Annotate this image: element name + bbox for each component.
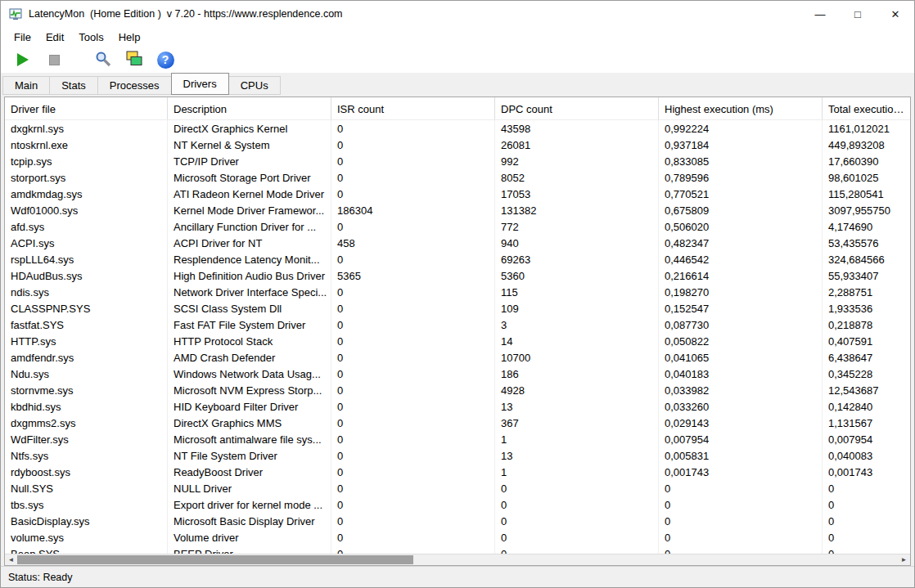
table-cell: 131382 bbox=[495, 202, 659, 218]
table-cell: 0,087730 bbox=[659, 316, 823, 333]
table-row[interactable]: BasicDisplay.sysMicrosoft Basic Display … bbox=[5, 513, 910, 529]
column-header-isr-count[interactable]: ISR count bbox=[331, 97, 495, 119]
table-cell: 0 bbox=[331, 496, 495, 513]
minimize-button[interactable]: — bbox=[801, 1, 839, 27]
table-row[interactable]: volume.sysVolume driver0000 bbox=[5, 529, 910, 545]
tab-main[interactable]: Main bbox=[2, 76, 50, 95]
table-cell: storport.sys bbox=[5, 169, 168, 186]
table-row[interactable]: storport.sysMicrosoft Storage Port Drive… bbox=[5, 169, 910, 186]
tab-processes[interactable]: Processes bbox=[97, 76, 172, 95]
table-row[interactable]: ndis.sysNetwork Driver Interface Speci..… bbox=[5, 284, 910, 300]
driver-table-body: dxgkrnl.sysDirectX Graphics Kernel043598… bbox=[5, 120, 910, 554]
table-row[interactable]: fastfat.SYSFast FAT File System Driver03… bbox=[5, 316, 910, 333]
column-header-dpc-count[interactable]: DPC count bbox=[495, 97, 659, 119]
table-row[interactable]: Null.SYSNULL Driver0000 bbox=[5, 480, 910, 496]
table-row[interactable]: stornvme.sysMicrosoft NVM Express Storp.… bbox=[5, 382, 910, 398]
start-monitor-button[interactable] bbox=[11, 49, 35, 71]
menu-file[interactable]: File bbox=[7, 29, 38, 46]
table-cell: WdFilter.sys bbox=[5, 431, 168, 447]
table-cell: 13 bbox=[495, 447, 659, 464]
table-row[interactable]: dxgkrnl.sysDirectX Graphics Kernel043598… bbox=[5, 120, 910, 137]
table-cell: 0,007954 bbox=[823, 431, 910, 447]
table-row[interactable]: Ntfs.sysNT File System Driver0130,005831… bbox=[5, 447, 910, 464]
table-cell: rspLLL64.sys bbox=[5, 251, 168, 267]
table-cell: 17,660390 bbox=[823, 153, 910, 169]
column-header-description[interactable]: Description bbox=[168, 97, 331, 119]
table-cell: DirectX Graphics MMS bbox=[168, 415, 331, 431]
table-row[interactable]: HDAudBus.sysHigh Definition Audio Bus Dr… bbox=[5, 267, 910, 284]
table-cell: 0 bbox=[823, 513, 910, 529]
maximize-button[interactable]: □ bbox=[839, 1, 877, 27]
report-button[interactable] bbox=[122, 49, 146, 71]
scrollbar-thumb[interactable] bbox=[17, 555, 413, 564]
table-cell: 772 bbox=[495, 218, 659, 235]
latencymon-window: LatencyMon (Home Edition ) v 7.20 - http… bbox=[0, 0, 915, 588]
scrollbar-track[interactable] bbox=[17, 554, 898, 565]
horizontal-scrollbar[interactable]: ◄ ► bbox=[5, 554, 910, 565]
table-row[interactable]: kbdhid.sysHID Keyboard Filter Driver0130… bbox=[5, 398, 910, 415]
table-cell: NT Kernel & System bbox=[168, 137, 331, 153]
table-cell: Microsoft Storage Port Driver bbox=[168, 169, 331, 186]
table-cell: 940 bbox=[495, 235, 659, 251]
menubar: File Edit Tools Help bbox=[1, 27, 914, 47]
table-cell: 0,152547 bbox=[659, 300, 823, 316]
table-cell: 0,506020 bbox=[659, 218, 823, 235]
table-cell: 0 bbox=[823, 545, 910, 554]
table-row[interactable]: dxgmms2.sysDirectX Graphics MMS03670,029… bbox=[5, 415, 910, 431]
menu-help[interactable]: Help bbox=[111, 29, 148, 46]
table-row[interactable]: HTTP.sysHTTP Protocol Stack0140,0508220,… bbox=[5, 333, 910, 349]
table-cell: 0,446542 bbox=[659, 251, 823, 267]
table-row[interactable]: CLASSPNP.SYSSCSI Class System Dll01090,1… bbox=[5, 300, 910, 316]
column-header-highest-execution[interactable]: Highest execution (ms) bbox=[659, 97, 823, 119]
table-cell: 0 bbox=[331, 153, 495, 169]
help-button[interactable]: ? bbox=[153, 49, 178, 71]
scroll-right-arrow-icon[interactable]: ► bbox=[898, 554, 910, 565]
table-cell: 0,992224 bbox=[659, 120, 823, 137]
table-cell: 0,041065 bbox=[659, 349, 823, 366]
table-row[interactable]: WdFilter.sysMicrosoft antimalware file s… bbox=[5, 431, 910, 447]
menu-edit[interactable]: Edit bbox=[38, 29, 71, 46]
table-cell: 0 bbox=[331, 382, 495, 398]
table-cell: 367 bbox=[495, 415, 659, 431]
table-cell: High Definition Audio Bus Driver bbox=[168, 267, 331, 284]
table-row[interactable]: ACPI.sysACPI Driver for NT4589400,482347… bbox=[5, 235, 910, 251]
table-cell: 53,435576 bbox=[823, 235, 910, 251]
scroll-left-arrow-icon[interactable]: ◄ bbox=[5, 554, 17, 565]
stop-monitor-button[interactable] bbox=[42, 49, 66, 71]
table-row[interactable]: ntoskrnl.exeNT Kernel & System0260810,93… bbox=[5, 137, 910, 153]
tab-stats[interactable]: Stats bbox=[49, 76, 98, 95]
table-cell: volume.sys bbox=[5, 529, 168, 545]
table-row[interactable]: Wdf01000.sysKernel Mode Driver Framewor.… bbox=[5, 202, 910, 218]
close-button[interactable]: ✕ bbox=[877, 1, 914, 27]
table-cell: 0 bbox=[331, 169, 495, 186]
table-cell: 0,407591 bbox=[823, 333, 910, 349]
table-row[interactable]: tcpip.sysTCP/IP Driver09920,83308517,660… bbox=[5, 153, 910, 169]
table-cell: 0 bbox=[495, 496, 659, 513]
table-cell: 0,007954 bbox=[659, 431, 823, 447]
table-row[interactable]: amdkmdag.sysATI Radeon Kernel Mode Drive… bbox=[5, 186, 910, 202]
titlebar: LatencyMon (Home Edition ) v 7.20 - http… bbox=[1, 1, 914, 27]
menu-tools[interactable]: Tools bbox=[71, 29, 110, 46]
tools-button[interactable] bbox=[91, 49, 115, 71]
play-icon bbox=[17, 53, 29, 66]
table-cell: 0,029143 bbox=[659, 415, 823, 431]
table-row[interactable]: rdyboost.sysReadyBoost Driver010,0017430… bbox=[5, 464, 910, 480]
table-row[interactable]: afd.sysAncillary Function Driver for ...… bbox=[5, 218, 910, 235]
table-row[interactable]: Ndu.sysWindows Network Data Usag...01860… bbox=[5, 366, 910, 382]
table-row[interactable]: Beep.SYSBEEP Driver0000 bbox=[5, 545, 910, 554]
table-row[interactable]: tbs.sysExport driver for kernel mode ...… bbox=[5, 496, 910, 513]
tab-drivers[interactable]: Drivers bbox=[171, 73, 229, 95]
table-cell: ACPI Driver for NT bbox=[168, 235, 331, 251]
table-cell: DirectX Graphics Kernel bbox=[168, 120, 331, 137]
table-cell: 55,933407 bbox=[823, 267, 910, 284]
column-header-driver-file[interactable]: Driver file bbox=[5, 97, 168, 119]
table-cell: 0 bbox=[659, 545, 823, 554]
table-row[interactable]: amdfendr.sysAMD Crash Defender0107000,04… bbox=[5, 349, 910, 366]
table-cell: 0 bbox=[331, 545, 495, 554]
report-windows-icon bbox=[125, 50, 143, 70]
table-cell: 0 bbox=[495, 480, 659, 496]
tab-cpus[interactable]: CPUs bbox=[228, 76, 281, 95]
table-row[interactable]: rspLLL64.sysResplendence Latency Monit..… bbox=[5, 251, 910, 267]
app-icon bbox=[9, 7, 22, 20]
column-header-total-execution[interactable]: Total executio… bbox=[823, 97, 910, 119]
